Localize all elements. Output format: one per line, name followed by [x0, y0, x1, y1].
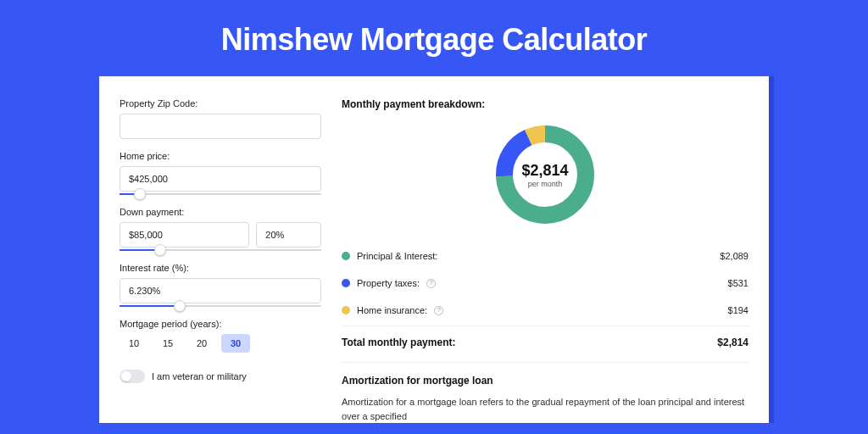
- interest-label: Interest rate (%):: [120, 263, 321, 273]
- breakdown-value: $531: [728, 278, 748, 288]
- down-payment-field: Down payment:: [120, 207, 321, 251]
- breakdown-row: Home insurance:?$194: [342, 297, 748, 324]
- period-btn-10[interactable]: 10: [120, 334, 148, 353]
- donut-center: $2,814 per month: [494, 124, 596, 225]
- zip-label: Property Zip Code:: [120, 98, 321, 108]
- breakdown-label: Home insurance:: [357, 305, 427, 315]
- donut-sub: per month: [528, 180, 563, 188]
- down-payment-slider-thumb[interactable]: [154, 244, 166, 256]
- zip-input[interactable]: [120, 114, 321, 139]
- home-price-field: Home price:: [120, 151, 321, 195]
- home-price-slider[interactable]: [120, 193, 321, 195]
- period-label: Mortgage period (years):: [120, 319, 321, 329]
- help-icon[interactable]: ?: [434, 306, 443, 315]
- home-price-slider-thumb[interactable]: [134, 188, 146, 200]
- total-row: Total monthly payment: $2,814: [342, 326, 748, 357]
- interest-slider-fill: [120, 305, 180, 307]
- calculator-card: Property Zip Code: Home price: Down paym…: [99, 76, 769, 423]
- breakdown-label: Property taxes:: [357, 278, 420, 288]
- interest-field: Interest rate (%):: [120, 263, 321, 307]
- breakdown-title: Monthly payment breakdown:: [342, 98, 748, 110]
- period-btn-15[interactable]: 15: [153, 334, 182, 353]
- breakdown-label: Principal & Interest:: [357, 251, 437, 261]
- zip-field: Property Zip Code:: [120, 98, 321, 139]
- legend-dot: [342, 306, 350, 314]
- period-buttons: 10152030: [120, 334, 321, 353]
- breakdown-panel: Monthly payment breakdown: $2,814 per mo…: [342, 98, 748, 423]
- form-panel: Property Zip Code: Home price: Down paym…: [120, 98, 321, 423]
- breakdown-row: Property taxes:?$531: [342, 270, 748, 297]
- donut-chart: $2,814 per month: [494, 124, 596, 225]
- page-title: Nimshew Mortgage Calculator: [0, 0, 868, 76]
- period-btn-20[interactable]: 20: [187, 334, 216, 353]
- legend-dot: [342, 279, 350, 287]
- period-field: Mortgage period (years): 10152030: [120, 319, 321, 353]
- amortization-title: Amortization for mortgage loan: [342, 375, 748, 387]
- section-divider: [342, 362, 748, 363]
- veteran-toggle[interactable]: [120, 370, 145, 383]
- donut-amount: $2,814: [521, 162, 568, 180]
- amortization-text: Amortization for a mortgage loan refers …: [342, 395, 748, 423]
- interest-input[interactable]: [120, 278, 321, 303]
- down-payment-input[interactable]: [120, 222, 249, 248]
- breakdown-value: $194: [728, 305, 748, 315]
- legend-dot: [342, 252, 350, 260]
- period-btn-30[interactable]: 30: [221, 334, 250, 353]
- down-payment-label: Down payment:: [120, 207, 321, 217]
- breakdown-list: Principal & Interest:$2,089Property taxe…: [342, 242, 748, 324]
- down-payment-pct-input[interactable]: [256, 222, 321, 248]
- home-price-label: Home price:: [120, 151, 321, 161]
- breakdown-row: Principal & Interest:$2,089: [342, 242, 748, 270]
- help-icon[interactable]: ?: [426, 279, 436, 288]
- total-value: $2,814: [717, 337, 748, 348]
- home-price-input[interactable]: [120, 166, 321, 192]
- down-payment-slider[interactable]: [120, 249, 321, 251]
- total-label: Total monthly payment:: [342, 337, 455, 348]
- breakdown-value: $2,089: [720, 251, 748, 261]
- interest-slider-thumb[interactable]: [174, 300, 186, 312]
- veteran-row: I am veteran or military: [120, 370, 321, 383]
- donut-chart-wrap: $2,814 per month: [342, 119, 748, 242]
- veteran-label: I am veteran or military: [152, 371, 247, 381]
- interest-slider[interactable]: [120, 305, 321, 307]
